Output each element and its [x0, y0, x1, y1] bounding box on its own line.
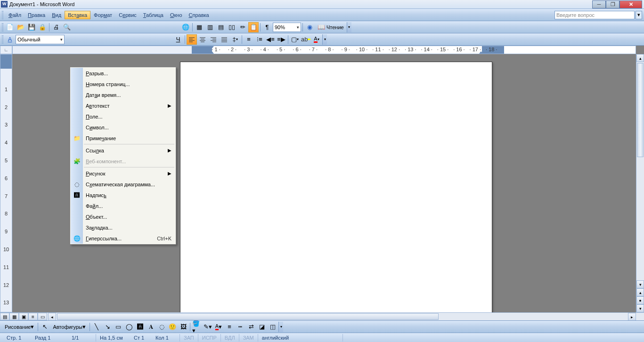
- print-view-button[interactable]: ▣: [19, 313, 28, 320]
- autoshapes-menu[interactable]: Автофигуры ▾: [50, 322, 88, 332]
- help-search-input[interactable]: [554, 11, 635, 19]
- menu-window[interactable]: Окно: [167, 11, 186, 19]
- font-color-button[interactable]: A▾: [213, 322, 224, 332]
- outline-view-button[interactable]: ≡: [28, 313, 38, 320]
- grip[interactable]: [2, 35, 3, 44]
- grip[interactable]: [2, 23, 3, 32]
- tab-selector[interactable]: ∟: [0, 46, 12, 54]
- status-trk[interactable]: ИСПР: [198, 334, 221, 342]
- arrow-button[interactable]: ↘: [102, 322, 113, 332]
- hyperlink-button[interactable]: 🌐: [180, 22, 191, 32]
- horizontal-ruler[interactable]: · 1 ·· 2 ·· 3 ·· 4 ·· 5 ·· 6 ·· 7 ·· 8 ·…: [12, 46, 636, 54]
- highlight-button[interactable]: ab: [301, 34, 311, 45]
- menu-help[interactable]: Справка: [186, 11, 212, 19]
- dash-style-button[interactable]: ┅: [235, 322, 245, 332]
- styles-button[interactable]: A: [5, 34, 15, 45]
- vertical-scrollbar[interactable]: ▴ ▾ ▴ ● ▾: [636, 54, 644, 312]
- menu-symbol[interactable]: Символ...: [71, 122, 175, 133]
- next-page-button[interactable]: ▾: [636, 304, 644, 312]
- rectangle-button[interactable]: ▭: [113, 322, 123, 332]
- status-ext[interactable]: ВДЛ: [221, 334, 239, 342]
- align-right-button[interactable]: [208, 34, 219, 45]
- decrease-indent-button[interactable]: ◀≡: [265, 34, 276, 45]
- web-view-button[interactable]: ▦: [9, 313, 19, 320]
- picture-button[interactable]: 🖼: [178, 322, 188, 332]
- menu-diagram[interactable]: ◌Схематическая диаграмма...: [71, 179, 175, 190]
- menu-autotext[interactable]: Автотекст▶: [71, 100, 175, 111]
- diagram-button[interactable]: ◌: [156, 322, 167, 332]
- menu-file[interactable]: Файл...: [71, 200, 175, 211]
- open-button[interactable]: 📂: [16, 22, 26, 32]
- close-button[interactable]: ✕: [620, 0, 642, 8]
- help-button[interactable]: ◉: [304, 22, 315, 32]
- toolbar-options[interactable]: ▾: [322, 34, 327, 45]
- horizontal-scrollbar[interactable]: [56, 313, 628, 320]
- page[interactable]: [180, 62, 492, 312]
- line-button[interactable]: ╲: [91, 322, 102, 332]
- status-ovr[interactable]: ЗАМ: [239, 334, 258, 342]
- shadow-button[interactable]: ◪: [257, 322, 267, 332]
- save-button[interactable]: 💾: [26, 22, 37, 32]
- reading-button[interactable]: 📖 Чтение: [315, 22, 346, 32]
- status-rec[interactable]: ЗАП: [180, 334, 198, 342]
- menu-tools[interactable]: Сервис: [115, 11, 140, 19]
- font-color-button[interactable]: A▾: [311, 34, 322, 45]
- show-hide-button[interactable]: ¶: [262, 22, 272, 32]
- numbered-list-button[interactable]: ≡: [244, 34, 254, 45]
- maximize-button[interactable]: ❐: [606, 0, 620, 8]
- increase-indent-button[interactable]: ≡▶: [276, 34, 286, 45]
- menu-field[interactable]: Поле...: [71, 111, 175, 122]
- menu-insert[interactable]: Вставка: [65, 11, 90, 19]
- wordart-button[interactable]: 𝐀: [146, 322, 156, 332]
- line-style-button[interactable]: ≡: [224, 322, 235, 332]
- drawing-button[interactable]: ✏: [237, 22, 248, 32]
- menu-break[interactable]: Разрыв...: [71, 68, 175, 79]
- menu-bookmark[interactable]: Закладка...: [71, 222, 175, 233]
- menu-picture[interactable]: Рисунок▶: [71, 168, 175, 179]
- vertical-ruler[interactable]: 12345678910111213: [0, 54, 12, 312]
- excel-button[interactable]: ▤: [216, 22, 226, 32]
- line-spacing-button[interactable]: ‡▾: [230, 34, 240, 45]
- scroll-up-button[interactable]: ▴: [636, 54, 644, 62]
- minimize-button[interactable]: ─: [592, 0, 606, 8]
- menu-table[interactable]: Таблица: [140, 11, 167, 19]
- print-preview-button[interactable]: 🔍: [62, 22, 72, 32]
- prev-page-button[interactable]: ▴: [636, 288, 644, 296]
- grip[interactable]: [2, 11, 3, 19]
- menu-object[interactable]: Объект...: [71, 211, 175, 222]
- line-color-button[interactable]: ✎▾: [203, 322, 213, 332]
- style-combo[interactable]: Обычный▾: [16, 35, 65, 44]
- normal-view-button[interactable]: ▤: [0, 313, 9, 320]
- toolbar-options[interactable]: ▾: [278, 322, 283, 332]
- align-center-button[interactable]: [197, 34, 208, 45]
- drawing-menu[interactable]: Рисование ▾: [2, 322, 36, 332]
- select-objects-button[interactable]: ↖: [40, 322, 50, 332]
- menu-hyperlink[interactable]: 🌐Гиперссылка...Ctrl+K: [71, 233, 175, 244]
- scroll-right-button[interactable]: ▸: [628, 313, 636, 320]
- align-left-button[interactable]: [187, 34, 197, 45]
- status-lang[interactable]: английский: [258, 334, 343, 342]
- scroll-left-button[interactable]: ◂: [48, 313, 56, 320]
- menu-date-time[interactable]: Дата и время...: [71, 89, 175, 100]
- menu-edit[interactable]: Правка: [24, 11, 49, 19]
- menu-reference[interactable]: Ссылка▶: [71, 145, 175, 156]
- toolbar-options[interactable]: ▾: [347, 22, 351, 32]
- justify-button[interactable]: [219, 34, 229, 45]
- help-dropdown[interactable]: ▾: [636, 11, 642, 19]
- borders-button[interactable]: ▢▾: [290, 34, 300, 45]
- textbox-button[interactable]: 🅰: [135, 322, 145, 332]
- menu-page-numbers[interactable]: Номера страниц...: [71, 79, 175, 89]
- menu-format[interactable]: Формат: [90, 11, 115, 19]
- menu-comment[interactable]: 📁Примечание: [71, 133, 175, 143]
- menu-textbox[interactable]: 🅰Надпись: [71, 190, 175, 200]
- bulleted-list-button[interactable]: ⁝≡: [254, 34, 265, 45]
- 3d-button[interactable]: ◫: [268, 322, 278, 332]
- clipart-button[interactable]: 🙂: [167, 322, 178, 332]
- browse-object-button[interactable]: ●: [636, 296, 644, 304]
- fill-color-button[interactable]: 🪣▾: [192, 322, 202, 332]
- columns-button[interactable]: ▯▯: [227, 22, 237, 32]
- scroll-down-button[interactable]: ▾: [636, 280, 644, 288]
- document-map-button[interactable]: 📋: [248, 22, 259, 32]
- permission-button[interactable]: 🔒: [37, 22, 48, 32]
- arrow-style-button[interactable]: ⇄: [246, 322, 256, 332]
